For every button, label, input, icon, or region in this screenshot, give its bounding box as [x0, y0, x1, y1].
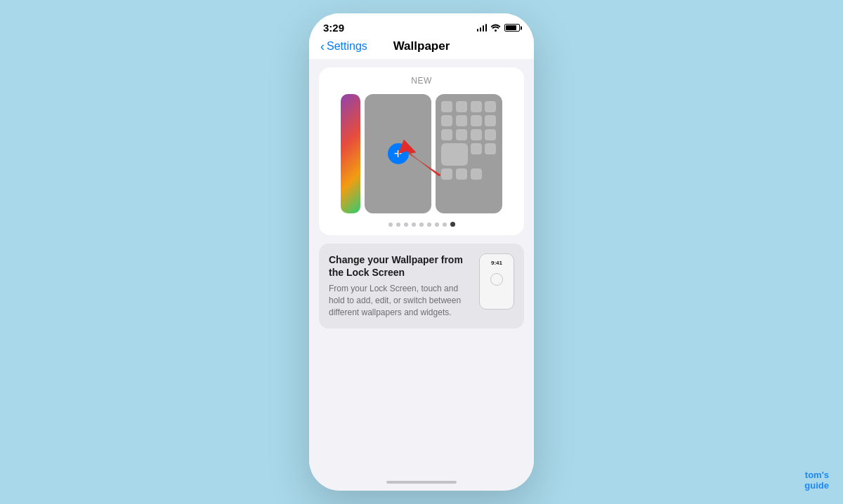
- arrow-annotation: [391, 133, 447, 185]
- app-icon: [485, 101, 496, 112]
- app-icon: [456, 101, 467, 112]
- pagination-dot: [443, 223, 447, 227]
- app-icon-grid: [441, 101, 497, 180]
- watermark-line2: guide: [804, 480, 829, 491]
- partial-preview: [341, 94, 360, 213]
- status-time: 3:29: [323, 22, 344, 34]
- battery-icon: [504, 24, 520, 32]
- app-icon: [456, 168, 467, 180]
- pagination-dot: [404, 223, 408, 227]
- pagination-dot: [435, 223, 439, 227]
- wallpaper-previews: +: [327, 94, 516, 213]
- mini-phone-preview: 9:41: [479, 253, 514, 310]
- main-content: NEW +: [309, 59, 534, 475]
- page-title: Wallpaper: [393, 39, 450, 53]
- wallpaper-card: NEW +: [319, 67, 524, 235]
- nav-bar: ‹ Settings Wallpaper: [309, 37, 534, 59]
- pagination-dot-active: [450, 222, 455, 227]
- app-icon: [471, 168, 482, 180]
- app-icon: [471, 143, 482, 154]
- info-body: From your Lock Screen, touch and hold to…: [329, 283, 471, 318]
- app-icon: [456, 115, 467, 126]
- pagination-dot: [396, 223, 400, 227]
- lock-screen-preview[interactable]: +: [365, 94, 431, 213]
- app-icon: [441, 115, 452, 126]
- app-icon: [485, 115, 496, 126]
- svg-point-0: [495, 29, 497, 32]
- pagination-dot: [419, 223, 424, 227]
- wifi-icon: [490, 24, 501, 32]
- home-indicator: [309, 475, 534, 491]
- phone-frame: 3:29 ‹ Settings Wallpaper: [309, 13, 534, 491]
- back-label: Settings: [327, 40, 367, 53]
- new-label: NEW: [411, 76, 432, 86]
- app-icon: [485, 143, 496, 154]
- pagination-dot: [427, 223, 431, 227]
- pagination-dot: [412, 223, 416, 227]
- status-icons: [477, 24, 521, 32]
- app-icon: [471, 129, 482, 140]
- app-icon: [485, 129, 496, 140]
- signal-bars-icon: [477, 24, 488, 32]
- mini-phone-time: 9:41: [491, 260, 502, 266]
- home-bar: [386, 481, 457, 484]
- status-bar: 3:29: [309, 13, 534, 37]
- info-text-block: Change your Wallpaper from the Lock Scre…: [329, 253, 471, 319]
- app-icon: [441, 101, 452, 112]
- app-icon: [471, 115, 482, 126]
- red-arrow-icon: [391, 133, 447, 182]
- watermark-line1: tom's: [804, 470, 829, 481]
- app-icon: [456, 129, 467, 140]
- pagination-dot: [388, 223, 393, 227]
- back-button[interactable]: ‹ Settings: [320, 39, 367, 54]
- mini-phone-circle: [490, 273, 503, 286]
- info-card: Change your Wallpaper from the Lock Scre…: [319, 244, 524, 329]
- toms-guide-watermark: tom's guide: [804, 470, 829, 491]
- info-title: Change your Wallpaper from the Lock Scre…: [329, 253, 471, 279]
- pagination-dots: [388, 222, 455, 227]
- chevron-left-icon: ‹: [320, 39, 325, 54]
- app-icon: [471, 101, 482, 112]
